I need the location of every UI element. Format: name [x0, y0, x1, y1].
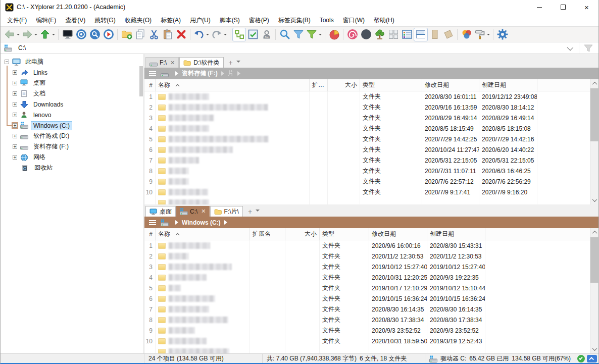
cut-button[interactable]: [147, 28, 161, 41]
file-row[interactable]: 1文件夹2020/8/30 16:01:112019/12/12 23:49:0…: [144, 91, 590, 102]
menu-item-5[interactable]: 标签(A): [156, 15, 185, 26]
breadcrumb-item[interactable]: 片: [228, 69, 234, 78]
quick-filter-button[interactable]: [305, 28, 323, 41]
column-header-创建日期[interactable]: 创建日期: [427, 228, 485, 240]
up-button[interactable]: [38, 28, 56, 41]
file-row[interactable]: [144, 346, 590, 353]
tree-toggle-button[interactable]: [232, 28, 246, 41]
file-row[interactable]: 6文件夹2019/10/15 16:36:242019/10/15 16:36:…: [144, 293, 590, 304]
file-row[interactable]: 5文件夹2020/7/29 14:42:252020/7/29 14:42:16: [144, 134, 590, 144]
column-header-index[interactable]: #: [144, 228, 156, 240]
tab-f[interactable]: F:\✕: [145, 57, 179, 68]
menu-item-9[interactable]: 标签页集(B): [274, 15, 315, 26]
tree-scrollbar-thumb[interactable]: [139, 66, 143, 96]
back-button[interactable]: [3, 28, 21, 41]
menu-item-6[interactable]: 用户(U): [185, 15, 215, 26]
tree-item-label[interactable]: 此电脑: [23, 57, 46, 67]
column-header-大小[interactable]: 大小: [285, 228, 320, 240]
collapse-icon[interactable]: −: [5, 60, 9, 64]
minitree-computer-button[interactable]: [61, 28, 74, 41]
menu-item-11[interactable]: 窗口(W): [338, 15, 369, 26]
breadcrumb-item[interactable]: Windows (C:): [182, 219, 221, 226]
breadcrumb-arrow-icon[interactable]: [175, 71, 178, 76]
folder-size-pie-button[interactable]: [327, 28, 341, 41]
address-bar[interactable]: C:\: [1, 42, 598, 54]
file-row[interactable]: 7文件夹2020/8/30 16:14:352020/8/30 16:14:35: [144, 304, 590, 315]
tab-f片[interactable]: F:\片\: [210, 206, 243, 217]
expand-icon[interactable]: +: [13, 91, 17, 96]
expand-icon[interactable]: +: [13, 144, 17, 149]
paint-folder-dropdown-icon[interactable]: [487, 34, 490, 37]
column-header-名称[interactable]: 名称: [156, 79, 310, 91]
breadcrumb-arrow-icon[interactable]: [224, 220, 227, 225]
drive-c-icon[interactable]: [161, 219, 169, 226]
highlight-target-button[interactable]: [74, 28, 88, 41]
rotate-pane-button[interactable]: [441, 28, 455, 41]
scroll-up-icon[interactable]: [590, 228, 599, 237]
address-input[interactable]: C:\: [18, 44, 567, 51]
column-header-类型[interactable]: 类型: [320, 228, 369, 240]
menu-item-7[interactable]: 脚本(S): [215, 15, 244, 26]
file-row[interactable]: 8文件夹2020/8/30 17:38:342020/8/30 17:38:34: [144, 315, 590, 325]
delete-button[interactable]: [174, 28, 188, 41]
expand-icon[interactable]: +: [13, 123, 17, 128]
column-header-index[interactable]: #: [144, 79, 156, 91]
new-folder-button[interactable]: [120, 28, 133, 41]
tree-item-label[interactable]: Links: [31, 68, 50, 77]
tree-item-label[interactable]: Downloads: [31, 100, 66, 109]
column-header-扩…[interactable]: 扩…: [310, 79, 328, 91]
file-row[interactable]: 4文件夹2020/8/5 18:15:492020/8/5 18:15:08: [144, 123, 590, 134]
menu-item-0[interactable]: 文件(F): [3, 15, 31, 26]
color-filters-button[interactable]: [460, 28, 473, 41]
forward-dropdown-icon[interactable]: [34, 34, 37, 37]
menu-item-1[interactable]: 编辑(E): [31, 15, 61, 26]
close-button[interactable]: ×: [575, 0, 598, 14]
tree-item-label[interactable]: Windows (C:): [31, 121, 72, 130]
expand-icon[interactable]: +: [13, 155, 17, 160]
new-tab-button[interactable]: +: [243, 207, 256, 217]
column-header-修改日期[interactable]: 修改日期: [369, 228, 427, 240]
quad-view-button[interactable]: [386, 28, 400, 41]
checkbox-selection-button[interactable]: [246, 28, 260, 41]
quick-filter-dropdown-icon[interactable]: [319, 34, 322, 37]
tab-list-dropdown-icon[interactable]: [236, 61, 240, 65]
undo-dropdown-icon[interactable]: [206, 34, 209, 37]
breadcrumb-arrow-icon[interactable]: [221, 71, 224, 76]
file-row[interactable]: 4文件夹2020/10/31 12:20:252020/9/3 19:22:35: [144, 272, 590, 283]
menu-item-2[interactable]: 查看(V): [61, 15, 90, 26]
back-dropdown-icon[interactable]: [17, 34, 20, 37]
column-header-修改日期[interactable]: 修改日期: [422, 79, 479, 91]
column-header-创建日期[interactable]: 创建日期: [479, 79, 537, 91]
tab-d软件类[interactable]: D:\软件类: [179, 57, 223, 68]
tab-c[interactable]: C:\✕: [176, 206, 210, 217]
tab-close-icon[interactable]: ✕: [170, 60, 175, 66]
column-header-名称[interactable]: 名称: [156, 228, 250, 240]
scroll-up-icon[interactable]: [590, 79, 599, 88]
redo-dropdown-icon[interactable]: [224, 34, 227, 37]
scrollbar-thumb[interactable]: [590, 88, 599, 141]
new-tab-button[interactable]: +: [224, 59, 236, 68]
tree-item-[interactable]: 回收站: [1, 163, 143, 173]
tree-scrollbar[interactable]: [139, 55, 143, 342]
item-weight-button[interactable]: KG: [260, 28, 273, 41]
tree-item-lenovo[interactable]: +lenovo: [1, 110, 143, 120]
tab-桌面[interactable]: 桌面: [145, 206, 176, 217]
file-row[interactable]: 10文件夹2020/7/9 9:17:412020/7/9 9:16:20: [144, 187, 590, 197]
paste-button[interactable]: [161, 28, 174, 41]
tree-item-[interactable]: +网络: [1, 152, 143, 163]
file-row[interactable]: 7文件夹2020/5/31 22:15:052020/5/31 22:15:05: [144, 155, 590, 166]
scrollbar-thumb[interactable]: [590, 237, 599, 283]
expand-icon[interactable]: +: [13, 134, 17, 138]
maximize-button[interactable]: [551, 0, 575, 14]
zoom-box-button[interactable]: [88, 28, 102, 41]
address-filter-icon[interactable]: [579, 43, 598, 53]
scroll-down-icon[interactable]: [590, 345, 599, 353]
file-row[interactable]: 1文件夹2020/9/6 16:00:162020/8/30 15:43:31: [144, 240, 590, 251]
file-row[interactable]: 6文件夹2020/10/24 11:27:472020/6/20 14:40:2…: [144, 144, 590, 155]
column-header-类型[interactable]: 类型: [360, 79, 422, 91]
file-row[interactable]: 3文件夹2019/10/12 15:27:402019/10/12 15:27:…: [144, 262, 590, 272]
menu-item-8[interactable]: 窗格(P): [244, 15, 274, 26]
dark-mode-button[interactable]: [359, 28, 373, 41]
details-view-button[interactable]: [400, 28, 414, 41]
tree-item-label[interactable]: lenovo: [31, 111, 54, 120]
